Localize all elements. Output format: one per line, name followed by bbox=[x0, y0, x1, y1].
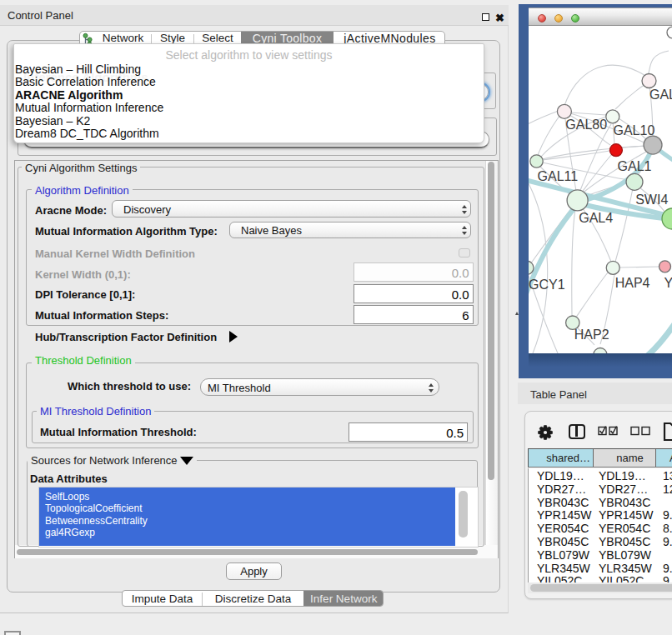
svg-text:SWI4: SWI4 bbox=[635, 192, 668, 207]
svg-text:GAL7: GAL7 bbox=[649, 88, 672, 102]
svg-text:HAP4: HAP4 bbox=[615, 276, 650, 290]
svg-text:GAL1: GAL1 bbox=[618, 159, 652, 173]
svg-text:HAP2: HAP2 bbox=[574, 328, 609, 342]
svg-text:GAL10: GAL10 bbox=[614, 123, 655, 138]
svg-text:GCY1: GCY1 bbox=[529, 278, 565, 292]
svg-text:GAL80: GAL80 bbox=[565, 118, 607, 132]
svg-text:YB: YB bbox=[664, 276, 672, 290]
svg-text:GAL4: GAL4 bbox=[579, 211, 613, 225]
svg-text:GAL11: GAL11 bbox=[538, 169, 579, 183]
